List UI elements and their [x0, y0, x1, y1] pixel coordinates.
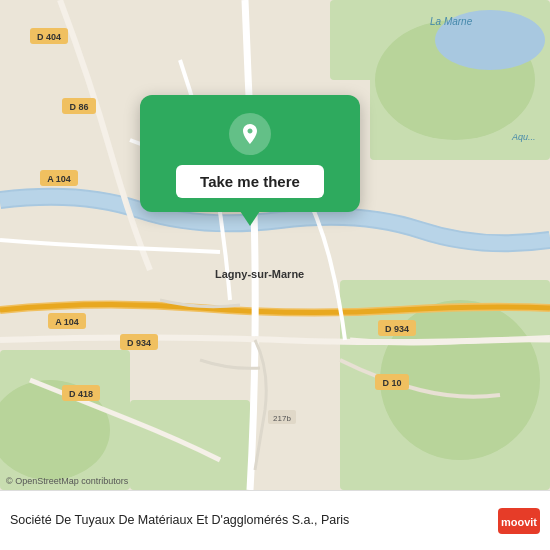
osm-credit: © OpenStreetMap contributors	[6, 476, 128, 486]
map-container: D 404 D 86 A 104 A 104 D 934 D 934 D 418…	[0, 0, 550, 490]
svg-text:D 418: D 418	[69, 389, 93, 399]
svg-text:D 934: D 934	[127, 338, 151, 348]
svg-text:217b: 217b	[273, 414, 291, 423]
place-title: Société De Tuyaux De Matériaux Et D'aggl…	[10, 513, 317, 527]
location-pin-icon	[229, 113, 271, 155]
svg-text:A 104: A 104	[47, 174, 71, 184]
svg-text:Aqu...: Aqu...	[511, 132, 536, 142]
footer: Société De Tuyaux De Matériaux Et D'aggl…	[0, 490, 550, 550]
svg-text:D 934: D 934	[385, 324, 409, 334]
svg-text:D 86: D 86	[69, 102, 88, 112]
footer-text: Société De Tuyaux De Matériaux Et D'aggl…	[10, 512, 349, 530]
moovit-logo-icon: moovit	[498, 508, 540, 534]
svg-text:La Marne: La Marne	[430, 16, 473, 27]
svg-text:A 104: A 104	[55, 317, 79, 327]
popup-card: Take me there	[140, 95, 360, 212]
place-city: Paris	[321, 513, 349, 527]
svg-text:D 404: D 404	[37, 32, 61, 42]
svg-text:moovit: moovit	[501, 516, 537, 528]
take-me-there-button[interactable]: Take me there	[176, 165, 324, 198]
city-label: Lagny-sur-Marne	[215, 268, 304, 280]
svg-text:D 10: D 10	[382, 378, 401, 388]
moovit-logo: moovit	[498, 508, 540, 534]
